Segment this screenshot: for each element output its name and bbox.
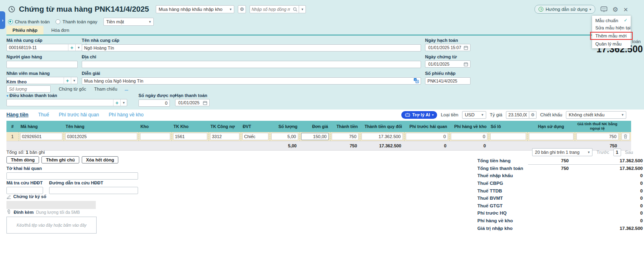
amount-cell[interactable]: 750 bbox=[332, 133, 359, 140]
menu-item-manage-templates[interactable]: Quản lý mẫu bbox=[592, 40, 631, 48]
tab-hoa-don[interactable]: Hóa đơn bbox=[45, 26, 75, 35]
menu-item-add-new-template[interactable]: Thêm mẫu mới bbox=[590, 32, 633, 40]
summary-row: Thuế BVMT0 bbox=[477, 194, 643, 202]
next-page-button[interactable]: Sau bbox=[625, 150, 633, 155]
payable-account-cell[interactable]: 3312 bbox=[210, 133, 239, 140]
doc-date-input[interactable] bbox=[427, 61, 462, 67]
tab-thue[interactable]: Thuế bbox=[38, 112, 49, 118]
table-header-row: # Mã hàng Tên hàng Kho TK Kho TK Công nợ… bbox=[6, 121, 631, 132]
receipt-no-input[interactable] bbox=[425, 77, 471, 85]
feedback-screen-icon[interactable] bbox=[601, 6, 607, 12]
row-action-buttons: Thêm dòng Thêm ghi chú Xóa hết dòng bbox=[6, 156, 118, 163]
add-supplier-button[interactable]: + bbox=[68, 44, 75, 51]
exchange-rate-input[interactable] bbox=[506, 111, 529, 119]
supplier-name-input[interactable] bbox=[82, 44, 421, 52]
tab-phieu-nhap[interactable]: Phiếu nhập bbox=[6, 26, 43, 35]
summary-row: Tổng tiền thanh toán75017.362.500 bbox=[477, 165, 643, 172]
add-row-button[interactable]: Thêm dòng bbox=[6, 156, 39, 163]
field-supplier-name: Tên nhà cung cấp bbox=[82, 38, 421, 52]
radio-not-paid[interactable]: Chưa thanh toán bbox=[8, 19, 50, 24]
payment-terms-dropdown-button[interactable]: ▾ bbox=[120, 99, 127, 106]
customs-fee-cell[interactable]: 0 bbox=[406, 133, 448, 140]
supplier-code-input[interactable] bbox=[7, 44, 68, 51]
contract-search-input[interactable] bbox=[250, 6, 292, 13]
calendar-icon[interactable] bbox=[464, 46, 468, 50]
radio-not-paid-label: Chưa thanh toán bbox=[15, 19, 50, 24]
doc-type-select[interactable]: Mua hàng nhập khẩu nhập kho▾ bbox=[156, 5, 234, 13]
tab-hang-tien[interactable]: Hàng tiền bbox=[6, 112, 29, 118]
table-footer: Tổng số: 1 bản ghi 20 bản ghi trên 1 tra… bbox=[6, 148, 633, 156]
line-items-table: # Mã hàng Tên hàng Kho TK Kho TK Công nợ… bbox=[6, 121, 631, 151]
delete-row-button[interactable] bbox=[621, 133, 630, 140]
chevron-down-icon: ▾ bbox=[585, 150, 590, 154]
menu-item-edit-current-template[interactable]: Sửa mẫu hiện tại bbox=[592, 24, 631, 31]
totals-summary: Tổng tiền hàng75017.362.500 Tổng tiền th… bbox=[477, 157, 643, 232]
currency-select[interactable]: USD▾ bbox=[462, 111, 486, 119]
prev-page-button[interactable]: Trước bbox=[597, 150, 609, 155]
summary-row: Phí trước HQ0 bbox=[477, 209, 643, 217]
signed-doc-box bbox=[6, 201, 96, 209]
record-count: Tổng số: 1 bản ghi bbox=[6, 150, 45, 155]
tab-phi-truoc-hai-quan[interactable]: Phí trước hải quan bbox=[59, 112, 99, 118]
debt-days-input[interactable] bbox=[138, 99, 170, 107]
page-size-select[interactable]: 20 bản ghi trên 1 trang▾ bbox=[532, 148, 592, 156]
collapse-triangle-icon[interactable]: ▾ bbox=[6, 94, 8, 98]
stock-account-cell[interactable]: 1561 bbox=[173, 133, 207, 140]
rate-settings-button[interactable]: ⚙ bbox=[529, 111, 537, 119]
item-name-cell[interactable]: 03012025 bbox=[65, 133, 137, 140]
attached-qty-input[interactable] bbox=[6, 85, 51, 93]
chevron-down-icon: ▾ bbox=[227, 7, 232, 11]
unit-price-cell[interactable]: 150,00 bbox=[301, 133, 329, 140]
lot-no-cell[interactable] bbox=[490, 133, 526, 140]
tab-phi-hang-ve-kho[interactable]: Phí hàng về kho bbox=[109, 112, 144, 118]
discount-select[interactable]: Không chiết khấu▾ bbox=[566, 111, 626, 119]
payment-terms-input[interactable] bbox=[7, 99, 113, 106]
einvoice-code-input[interactable] bbox=[6, 187, 43, 194]
description-input[interactable] bbox=[82, 77, 421, 85]
calendar-icon[interactable] bbox=[464, 62, 468, 66]
translate-icon[interactable]: aA bbox=[413, 78, 419, 85]
doc-type-settings-button[interactable]: ⚙ bbox=[238, 5, 246, 13]
add-note-button[interactable]: Thêm ghi chú bbox=[41, 156, 79, 163]
due-date-input[interactable] bbox=[178, 100, 201, 105]
pagination: 20 bản ghi trên 1 trang▾ Trước 1 Sau bbox=[532, 148, 633, 156]
field-due-date: Hạn thanh toán bbox=[175, 93, 210, 106]
attachment-hint: Dung lượng tối đa 5MB bbox=[36, 210, 80, 215]
document-tabs: Phiếu nhập Hóa đơn bbox=[6, 26, 628, 35]
warehouse-cell[interactable] bbox=[140, 133, 170, 140]
menu-item-standard-template[interactable]: Mẫu chuẩn✓ bbox=[592, 17, 631, 24]
import-tax-base-cell[interactable]: 750 bbox=[576, 133, 619, 140]
unit-cell[interactable]: Chiếc bbox=[242, 133, 268, 140]
payment-method-select[interactable]: Tiền mặt▾ bbox=[103, 18, 154, 26]
address-input[interactable] bbox=[82, 61, 421, 68]
close-icon[interactable]: × bbox=[623, 6, 628, 13]
field-customs-declaration: Tờ khai hải quan bbox=[6, 166, 138, 180]
add-payment-terms-button[interactable]: + bbox=[113, 99, 120, 106]
svg-text:A: A bbox=[416, 80, 418, 83]
posting-date-input[interactable] bbox=[427, 45, 462, 50]
reference-more-link[interactable]: ... bbox=[124, 87, 128, 91]
settings-gear-button[interactable]: ⚙ bbox=[613, 6, 618, 13]
radio-pay-now[interactable]: Thanh toán ngay bbox=[56, 19, 97, 24]
current-page[interactable]: 1 bbox=[613, 149, 621, 156]
item-code-cell[interactable]: 02926501 bbox=[20, 133, 62, 140]
converted-amount-cell[interactable]: 17.362.500 bbox=[361, 133, 403, 140]
ai-assistant-button[interactable]: Trợ lý AI ▾ bbox=[401, 111, 437, 119]
search-icon bbox=[292, 6, 299, 13]
help-guide-button[interactable]: ? Hướng dẫn sử dụng ▾ bbox=[535, 5, 595, 14]
calendar-icon[interactable] bbox=[203, 101, 207, 105]
einvoice-url-input[interactable] bbox=[49, 187, 138, 194]
summary-row: Thuế GTGT0 bbox=[477, 202, 643, 210]
inbound-fee-cell[interactable]: 0 bbox=[451, 133, 487, 140]
file-dropzone[interactable]: Kéo/thả tệp vào đây hoặc bấm vào đây bbox=[6, 217, 97, 234]
discount-label: Chiết khấu bbox=[540, 112, 562, 117]
delete-all-rows-button[interactable]: Xóa hết dòng bbox=[82, 156, 119, 163]
detail-tabs-row: Hàng tiền Thuế Phí trước hải quan Phí hà… bbox=[6, 110, 626, 119]
contract-dropdown-button[interactable]: ▾ bbox=[299, 6, 305, 13]
supplier-dropdown-button[interactable]: ▾ bbox=[75, 44, 82, 51]
expiry-cell[interactable] bbox=[529, 133, 574, 140]
deliverer-input[interactable] bbox=[6, 61, 78, 68]
sidebar-expand-handle[interactable]: › bbox=[0, 11, 5, 29]
quantity-cell[interactable]: 5,00 bbox=[271, 133, 298, 140]
customs-declaration-input[interactable] bbox=[6, 172, 138, 180]
